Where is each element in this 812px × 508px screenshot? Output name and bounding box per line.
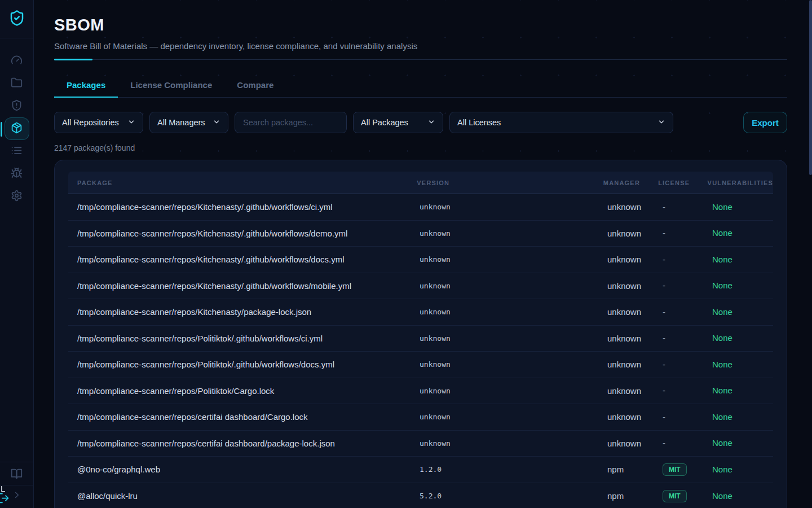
vulnerability-status: None (712, 307, 732, 317)
cell-license: - (654, 228, 703, 238)
cell-license: - (654, 386, 703, 396)
table-row[interactable]: /tmp/compliance-scanner/repos/Kitchenast… (68, 299, 773, 326)
log-out-icon[interactable] (0, 492, 10, 506)
sidebar-item-dashboard[interactable] (5, 50, 29, 72)
sidebar-item-compliance[interactable] (5, 95, 29, 117)
cell-package: /tmp/compliance-scanner/repos/Kitchenast… (68, 202, 411, 212)
cell-vulnerabilities: None (703, 333, 773, 343)
gear-icon (11, 190, 23, 204)
table-row[interactable]: /tmp/compliance-scanner/repos/certifai d… (68, 431, 773, 457)
license-dash: - (663, 228, 665, 238)
table-body: /tmp/compliance-scanner/repos/Kitchenast… (68, 194, 773, 508)
tab-compare[interactable]: Compare (224, 73, 286, 97)
bug-icon (11, 167, 23, 181)
license-dash: - (663, 438, 665, 448)
package-filter-select[interactable]: All Packages (353, 112, 443, 133)
vulnerability-status: None (712, 228, 732, 238)
repository-filter-value: All Repositories (62, 118, 119, 127)
table-row[interactable]: @0no-co/graphql.web1.2.0npmMITNone (68, 457, 773, 483)
result-count: 2147 package(s) found (54, 143, 787, 152)
title-rule (54, 59, 787, 60)
vulnerability-status: None (712, 202, 732, 212)
cell-vulnerabilities: None (703, 255, 773, 265)
license-dash: - (663, 281, 665, 290)
table-header: PACKAGEVERSIONMANAGERLICENSEVULNERABILIT… (68, 172, 773, 194)
shield-check-icon (8, 10, 25, 29)
table-row[interactable]: /tmp/compliance-scanner/repos/Politiktok… (68, 378, 773, 405)
manager-filter-select[interactable]: All Managers (149, 112, 228, 133)
packages-table-card: PACKAGEVERSIONMANAGERLICENSEVULNERABILIT… (54, 160, 787, 508)
cell-license: - (654, 255, 703, 265)
sidebar-item-docs[interactable] (5, 462, 29, 485)
cell-manager: npm (598, 465, 654, 474)
cell-license: - (654, 412, 703, 422)
cell-package: @alloc/quick-lru (68, 491, 411, 501)
vulnerability-status: None (712, 412, 732, 422)
cell-license: MIT (654, 463, 703, 476)
sidebar-item-repositories[interactable] (5, 72, 29, 95)
cell-vulnerabilities: None (703, 438, 773, 448)
vulnerability-status: None (712, 438, 732, 448)
table-row[interactable]: /tmp/compliance-scanner/repos/Politiktok… (68, 352, 773, 378)
license-dash: - (663, 333, 665, 343)
cell-manager: unknown (598, 307, 654, 317)
cell-package: @0no-co/graphql.web (68, 465, 411, 474)
cell-vulnerabilities: None (703, 465, 773, 475)
vulnerability-status: None (712, 360, 732, 369)
cell-vulnerabilities: None (703, 412, 773, 422)
scrollbar-thumb[interactable] (809, 0, 812, 175)
gauge-icon (11, 54, 23, 68)
rule-line (54, 59, 787, 60)
shield-alert-icon (11, 99, 23, 113)
cell-license: - (654, 333, 703, 343)
chevron-down-icon (422, 118, 435, 128)
cell-vulnerabilities: None (703, 386, 773, 396)
chevron-down-icon (122, 118, 135, 128)
sidebar-item-policies[interactable] (5, 140, 29, 163)
table-row[interactable]: /tmp/compliance-scanner/repos/Kitchenast… (68, 247, 773, 273)
cell-manager: unknown (598, 281, 654, 291)
cell-version: unknown (411, 282, 598, 290)
cell-manager: npm (598, 491, 654, 501)
sidebar (0, 0, 34, 508)
tab-packages[interactable]: Packages (54, 73, 118, 97)
package-filter-value: All Packages (361, 118, 408, 127)
table-row[interactable]: /tmp/compliance-scanner/repos/certifai d… (68, 404, 773, 431)
package-icon (11, 122, 23, 136)
table-row[interactable]: /tmp/compliance-scanner/repos/Politiktok… (68, 326, 773, 352)
sidebar-item-sbom[interactable] (5, 117, 29, 140)
cell-version: unknown (411, 229, 598, 238)
sidebar-item-settings[interactable] (5, 185, 29, 208)
cell-manager: unknown (598, 412, 654, 422)
table-row[interactable]: /tmp/compliance-scanner/repos/Kitchenast… (68, 221, 773, 247)
cell-vulnerabilities: None (703, 360, 773, 370)
repository-filter-select[interactable]: All Repositories (54, 112, 143, 133)
license-filter-select[interactable]: All Licenses (449, 112, 673, 133)
table-row[interactable]: /tmp/compliance-scanner/repos/Kitchenast… (68, 273, 773, 300)
cell-package: /tmp/compliance-scanner/repos/Kitchenast… (68, 255, 411, 264)
cell-package: /tmp/compliance-scanner/repos/Kitchenast… (68, 229, 411, 238)
license-dash: - (663, 360, 665, 369)
table-row[interactable]: /tmp/compliance-scanner/repos/Kitchenast… (68, 194, 773, 221)
cell-version: 5.2.0 (411, 492, 598, 500)
sidebar-item-vulnerabilities[interactable] (5, 163, 29, 185)
export-button[interactable]: Export (743, 112, 787, 133)
license-dash: - (663, 307, 665, 317)
cell-license: - (654, 202, 703, 212)
app-logo[interactable] (0, 0, 33, 38)
cell-manager: unknown (598, 202, 654, 212)
cell-version: unknown (411, 334, 598, 343)
tab-license-compliance[interactable]: License Compliance (118, 73, 224, 97)
cell-version: unknown (411, 360, 598, 369)
vulnerability-status: None (712, 255, 732, 264)
cell-license: MIT (654, 490, 703, 502)
cell-package: /tmp/compliance-scanner/repos/Kitchenast… (68, 281, 411, 291)
cell-version: unknown (411, 203, 598, 211)
cell-manager: unknown (598, 255, 654, 264)
license-dash: - (663, 412, 665, 422)
table-row[interactable]: @alloc/quick-lru5.2.0npmMITNone (68, 483, 773, 508)
search-input[interactable] (235, 112, 347, 133)
cell-manager: unknown (598, 360, 654, 369)
tabs: PackagesLicense ComplianceCompare (54, 73, 787, 98)
cell-package: /tmp/compliance-scanner/repos/certifai d… (68, 412, 411, 422)
